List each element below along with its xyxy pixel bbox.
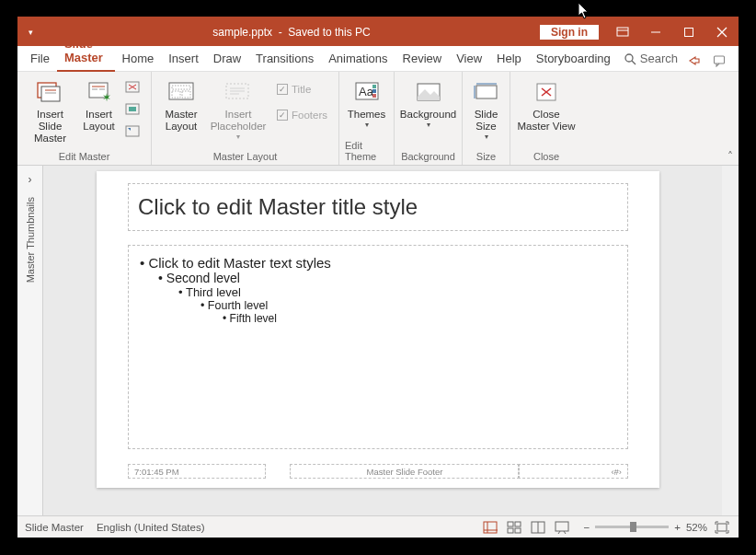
status-bar: Slide Master English (United States) − +… — [17, 515, 739, 538]
placeholder-icon — [223, 77, 253, 107]
collapse-ribbon-button[interactable]: ˄ — [727, 150, 733, 163]
zoom-level[interactable]: 52% — [686, 522, 707, 533]
minimize-button[interactable] — [639, 18, 672, 46]
svg-rect-38 — [476, 86, 497, 98]
search-button[interactable]: Search — [618, 48, 683, 71]
maximize-button[interactable] — [672, 18, 705, 46]
svg-rect-48 — [515, 522, 521, 526]
group-label: Background — [401, 149, 455, 165]
date-placeholder[interactable]: 7:01:45 PM — [128, 464, 266, 479]
qat-customize[interactable]: ▾ — [17, 28, 43, 37]
svg-rect-49 — [508, 528, 513, 533]
close-icon — [532, 77, 561, 107]
insert-layout-button[interactable]: ✶ Insert Layout — [78, 75, 120, 134]
group-label: Close — [533, 149, 559, 165]
body-level-1: Click to edit Master text styles — [140, 255, 616, 271]
tab-transitions[interactable]: Transitions — [248, 48, 321, 71]
group-master-layout: Master Layout Insert Placeholder ▾ ✓Titl… — [152, 72, 339, 165]
slide-size-button[interactable]: Slide Size ▾ — [466, 75, 507, 144]
tab-animations[interactable]: Animations — [321, 48, 395, 71]
preserve-button[interactable] — [124, 123, 143, 140]
title-bar: ▾ sample.pptx - Saved to this PC Sign in — [17, 18, 739, 46]
body-level-5: Fifth level — [140, 312, 616, 325]
app-window: ▾ sample.pptx - Saved to this PC Sign in… — [17, 17, 739, 538]
delete-slide-button[interactable] — [124, 79, 143, 96]
svg-rect-8 — [715, 56, 725, 64]
group-size: Slide Size ▾ Size — [463, 72, 510, 165]
background-button[interactable]: Background ▾ — [398, 75, 459, 131]
zoom-slider[interactable] — [595, 526, 669, 528]
body-level-4: Fourth level — [140, 299, 616, 312]
svg-text:✶: ✶ — [102, 91, 111, 103]
filename: sample.pptx — [212, 26, 272, 39]
body-level-3: Third level — [140, 285, 616, 299]
svg-rect-44 — [484, 522, 497, 533]
tab-view[interactable]: View — [449, 48, 489, 71]
tab-insert[interactable]: Insert — [161, 48, 206, 71]
tab-draw[interactable]: Draw — [206, 48, 248, 71]
zoom-in-button[interactable]: + — [674, 522, 681, 533]
slideshow-button[interactable] — [553, 519, 571, 536]
svg-rect-3 — [685, 29, 693, 37]
svg-rect-56 — [717, 524, 727, 531]
slide-sorter-button[interactable] — [505, 519, 523, 536]
group-edit-theme: Aa Themes ▾ Edit Theme — [339, 72, 395, 165]
themes-icon: Aa — [352, 77, 382, 107]
status-view: Slide Master — [25, 522, 84, 533]
ribbon-options-button[interactable] — [606, 18, 639, 46]
svg-rect-23 — [126, 126, 139, 136]
group-label: Edit Master — [59, 149, 110, 165]
zoom-out-button[interactable]: − — [584, 522, 590, 533]
normal-view-button[interactable] — [481, 519, 499, 536]
background-icon — [414, 77, 443, 107]
slide-editor[interactable]: Click to edit Master title style Click t… — [43, 166, 739, 515]
group-edit-master: Insert Slide Master ✶ Insert Layout Edit… — [17, 72, 152, 165]
tab-review[interactable]: Review — [395, 48, 450, 71]
sign-in-button[interactable]: Sign in — [540, 25, 599, 40]
fit-to-window-button[interactable] — [713, 519, 731, 536]
window-title: sample.pptx - Saved to this PC — [43, 26, 540, 39]
thumbnails-label: Master Thumbnails — [25, 197, 36, 283]
tab-file[interactable]: File — [23, 48, 57, 71]
body-placeholder[interactable]: Click to edit Master text styles Second … — [128, 245, 628, 449]
search-icon — [624, 52, 636, 65]
themes-button[interactable]: Aa Themes ▾ — [344, 75, 390, 131]
expand-thumbnails-button[interactable]: › — [29, 173, 32, 186]
content-area: › Master Thumbnails Click to edit Master… — [17, 166, 739, 515]
footer-placeholder[interactable]: Master Slide Footer — [290, 464, 520, 479]
ribbon: Insert Slide Master ✶ Insert Layout Edit… — [17, 72, 739, 166]
title-placeholder[interactable]: Click to edit Master title style — [128, 183, 628, 231]
slide-number-placeholder[interactable]: ‹#› — [518, 464, 628, 479]
svg-rect-10 — [41, 87, 60, 101]
reading-view-button[interactable] — [529, 519, 547, 536]
tab-storyboarding[interactable]: Storyboarding — [529, 48, 618, 71]
layout-icon: ✶ — [85, 77, 114, 107]
slide-canvas[interactable]: Click to edit Master title style Click t… — [97, 171, 659, 488]
tab-help[interactable]: Help — [489, 48, 529, 71]
comments-button[interactable] — [709, 51, 729, 71]
close-button[interactable] — [705, 18, 739, 46]
vertical-scrollbar[interactable] — [722, 166, 739, 515]
master-layout-button[interactable]: Master Layout — [157, 75, 205, 134]
insert-placeholder-button[interactable]: Insert Placeholder ▾ — [207, 75, 269, 144]
svg-rect-47 — [508, 522, 513, 526]
slide-size-icon — [472, 77, 501, 107]
master-layout-icon — [166, 77, 196, 107]
status-language[interactable]: English (United States) — [97, 522, 205, 533]
svg-rect-35 — [372, 89, 376, 93]
svg-rect-22 — [129, 107, 136, 111]
title-checkbox[interactable]: ✓Title — [275, 83, 329, 96]
slide-master-icon — [36, 77, 65, 107]
group-background: Background ▾ Background — [395, 72, 463, 165]
footers-checkbox[interactable]: ✓Footers — [275, 109, 329, 121]
tab-home[interactable]: Home — [115, 48, 162, 71]
svg-text:Aa: Aa — [359, 85, 374, 98]
group-label: Size — [476, 149, 496, 165]
ribbon-tabs: File Slide Master Home Insert Draw Trans… — [17, 46, 739, 72]
body-level-2: Second level — [140, 271, 616, 285]
rename-button[interactable] — [124, 101, 143, 118]
share-button[interactable] — [683, 51, 704, 71]
insert-slide-master-button[interactable]: Insert Slide Master — [25, 75, 76, 147]
svg-rect-50 — [515, 528, 521, 533]
close-master-view-button[interactable]: Close Master View — [514, 75, 578, 134]
